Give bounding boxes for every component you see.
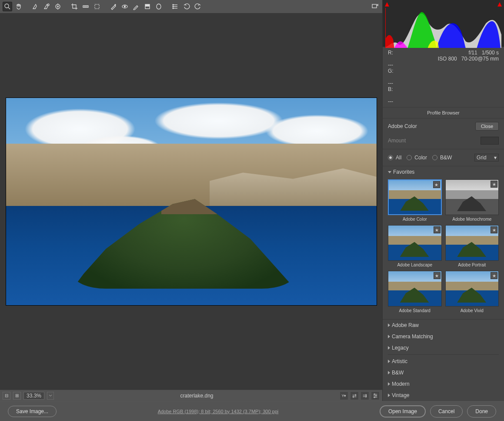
toolbar <box>0 0 382 13</box>
targeted-adjustment-tool[interactable] <box>53 2 63 11</box>
svg-point-0 <box>5 4 9 8</box>
favorite-star-icon[interactable]: ★ <box>434 226 441 233</box>
section-legacy[interactable]: Legacy <box>383 342 504 354</box>
svg-point-22 <box>173 6 174 7</box>
filter-all-radio[interactable] <box>388 155 393 160</box>
exif-readout: f/11 1/500 s ISO 800 70-200@75 mm <box>418 50 499 104</box>
svg-point-3 <box>56 4 60 9</box>
preferences-icon[interactable] <box>371 391 380 400</box>
close-button[interactable]: Close <box>475 122 499 131</box>
image-preview <box>6 98 377 306</box>
filename-label: craterlake.dng <box>57 393 337 399</box>
panel-title: Profile Browser <box>383 108 504 118</box>
shadow-clip-toggle[interactable]: ⊟ <box>3 392 10 400</box>
highlight-clip-toggle[interactable]: ⊞ <box>13 392 21 400</box>
fullscreen-toggle[interactable] <box>370 2 380 11</box>
favorite-star-icon[interactable]: ★ <box>491 181 497 188</box>
favorite-star-icon[interactable]: ★ <box>433 181 440 188</box>
right-panel: R: --- G: --- B: --- f/11 1/500 s ISO 80… <box>382 0 504 401</box>
graduated-filter-tool[interactable] <box>143 2 152 11</box>
svg-point-12 <box>115 4 116 5</box>
svg-point-21 <box>173 4 174 5</box>
section-modern[interactable]: Modern <box>383 378 504 390</box>
amount-input[interactable] <box>481 137 499 145</box>
favorites-grid: ★Adobe Color★Adobe Monochrome★Adobe Land… <box>383 178 504 317</box>
current-profile-label: Adobe Color <box>388 123 472 129</box>
redo-button[interactable] <box>193 2 203 11</box>
white-balance-tool[interactable] <box>30 2 40 11</box>
status-bar: ⊟ ⊞ 33.3% craterlake.dng Y▾ ⇄ ⇉ <box>0 390 382 401</box>
filter-bw-radio[interactable] <box>432 155 437 160</box>
adjustment-brush-tool[interactable] <box>131 2 141 11</box>
workflow-options-link[interactable]: Adobe RGB (1998); 8 bit; 2560 by 1432 (3… <box>61 409 375 414</box>
profile-thumb-adobe-color[interactable]: ★Adobe Color <box>388 179 442 222</box>
radial-filter-tool[interactable] <box>154 2 164 11</box>
zoom-dropdown[interactable] <box>47 392 54 400</box>
profile-thumb-adobe-landscape[interactable]: ★Adobe Landscape <box>388 225 442 267</box>
amount-label: Amount <box>388 138 477 144</box>
copy-settings-icon[interactable]: ⇉ <box>360 391 369 400</box>
svg-line-1 <box>8 7 10 9</box>
svg-marker-31 <box>385 2 389 7</box>
svg-marker-32 <box>497 2 502 7</box>
chevron-down-icon: ▾ <box>494 155 497 161</box>
shadow-clip-warning-icon[interactable] <box>384 1 390 7</box>
section-camera-matching[interactable]: Camera Matching <box>383 331 504 342</box>
profile-thumb-adobe-standard[interactable]: ★Adobe Standard <box>388 271 442 313</box>
svg-point-2 <box>47 4 49 6</box>
svg-rect-11 <box>95 4 99 9</box>
color-sampler-tool[interactable] <box>42 2 51 11</box>
filter-color-radio[interactable] <box>407 155 412 160</box>
transform-tool[interactable] <box>92 2 102 11</box>
filter-row: All Color B&W Grid▾ <box>383 149 504 166</box>
info-readout: R: --- G: --- B: --- f/11 1/500 s ISO 80… <box>383 47 504 108</box>
zoom-level[interactable]: 33.3% <box>23 392 44 400</box>
zoom-tool[interactable] <box>3 2 12 11</box>
hand-tool[interactable] <box>14 2 23 11</box>
svg-point-23 <box>173 8 174 9</box>
profile-thumb-adobe-portrait[interactable]: ★Adobe Portrait <box>445 225 499 267</box>
profile-thumb-adobe-vivid[interactable]: ★Adobe Vivid <box>445 271 499 313</box>
red-eye-tool[interactable] <box>120 2 130 11</box>
presets-icon[interactable] <box>170 2 180 11</box>
canvas-area[interactable] <box>0 13 382 390</box>
before-after-toggle[interactable]: Y▾ <box>340 391 348 400</box>
svg-rect-24 <box>372 4 377 8</box>
cancel-button[interactable]: Cancel <box>430 405 463 418</box>
section-adobe-raw[interactable]: Adobe Raw <box>383 320 504 331</box>
open-image-button[interactable]: Open Image <box>380 405 426 418</box>
favorite-star-icon[interactable]: ★ <box>491 226 497 233</box>
spot-removal-tool[interactable] <box>109 2 118 11</box>
section-vintage[interactable]: Vintage <box>383 390 504 401</box>
section-artistic[interactable]: Artistic <box>383 356 504 367</box>
footer: Save Image... Adobe RGB (1998); 8 bit; 2… <box>0 401 504 421</box>
favorite-star-icon[interactable]: ★ <box>434 272 441 279</box>
profile-thumb-adobe-monochrome[interactable]: ★Adobe Monochrome <box>445 179 499 222</box>
favorite-star-icon[interactable]: ★ <box>491 272 497 279</box>
svg-point-4 <box>57 6 59 7</box>
undo-button[interactable] <box>182 2 191 11</box>
histogram[interactable] <box>383 0 504 47</box>
highlight-clip-warning-icon[interactable] <box>497 1 503 7</box>
straighten-tool[interactable] <box>81 2 90 11</box>
swap-view-icon[interactable]: ⇄ <box>350 391 359 400</box>
svg-point-14 <box>124 6 126 7</box>
view-select[interactable]: Grid▾ <box>474 154 499 162</box>
svg-point-17 <box>157 4 161 9</box>
done-button[interactable]: Done <box>467 405 496 418</box>
crop-tool[interactable] <box>70 2 79 11</box>
section-b&w[interactable]: B&W <box>383 367 504 378</box>
favorites-header[interactable]: Favorites <box>383 166 504 178</box>
svg-rect-16 <box>145 4 150 7</box>
save-image-button[interactable]: Save Image... <box>8 406 57 417</box>
